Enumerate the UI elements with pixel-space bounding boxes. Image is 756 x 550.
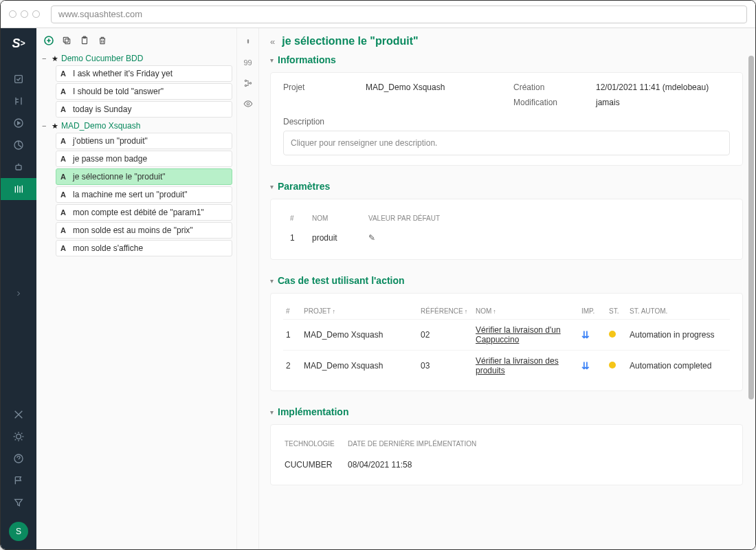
- informations-card: Projet MAD_Demo Xsquash Création 12/01/2…: [270, 72, 743, 166]
- svg-point-16: [247, 102, 249, 105]
- tc-link[interactable]: Vérifier la livraison d'un Cappuccino: [476, 325, 561, 344]
- add-button[interactable]: [43, 35, 54, 46]
- projet-value: MAD_Demo Xsquash: [366, 82, 500, 92]
- tree-item-label: je sélectionne le "produit": [73, 172, 166, 182]
- status-dot: [609, 331, 616, 338]
- impl-date: 08/04/2021 11:58: [348, 456, 729, 474]
- nav-requirements[interactable]: [1, 90, 36, 112]
- traffic-light-maximize[interactable]: [32, 10, 40, 18]
- nav-automation[interactable]: [1, 156, 36, 178]
- modification-label: Modification: [513, 98, 582, 107]
- nav-collapse[interactable]: [1, 283, 36, 305]
- scrollbar[interactable]: [747, 28, 754, 549]
- col-nom[interactable]: Nom↑: [473, 303, 579, 320]
- svg-point-13: [245, 80, 246, 81]
- cas-de-test-card: # Projet↑ Référence↑ Nom↑ Imp. St. St. a…: [270, 293, 743, 391]
- section-header-parametres[interactable]: ▾ Paramètres: [270, 181, 743, 192]
- tc-reference: 02: [418, 320, 473, 351]
- tree-item[interactable]: AI ask whether it's Friday yet: [56, 65, 232, 82]
- svg-rect-3: [16, 165, 21, 170]
- nav-settings[interactable]: [1, 404, 36, 426]
- nav-flag[interactable]: [1, 470, 36, 492]
- type-badge: A: [60, 105, 69, 113]
- main-header: « je sélectionne le "produit": [270, 35, 743, 47]
- sort-up-icon: ↑: [493, 308, 496, 315]
- tree-project-mad-demo[interactable]: − ★ MAD_Demo Xsquash: [41, 119, 232, 133]
- type-badge: A: [60, 69, 69, 78]
- tree-item[interactable]: Ala machine me sert un "produit": [56, 186, 232, 203]
- traffic-light-minimize[interactable]: [21, 10, 28, 18]
- nav-sidebar: S> S: [1, 28, 36, 549]
- svg-point-14: [245, 85, 246, 86]
- app: S> S −: [1, 28, 755, 549]
- col-projet[interactable]: Projet↑: [301, 303, 418, 320]
- nav-help[interactable]: [1, 448, 36, 470]
- tree-item[interactable]: Amon compte est débité de "param1": [56, 204, 232, 221]
- delete-button[interactable]: [97, 35, 108, 46]
- table-row[interactable]: 2 MAD_Demo Xsquash 03 Vérifier la livrai…: [283, 351, 730, 382]
- user-avatar[interactable]: S: [9, 522, 28, 541]
- nav-bugs[interactable]: [1, 426, 36, 448]
- tree-panel: − ★ Demo Cucumber BDD AI ask whether it'…: [36, 28, 237, 549]
- nav-actions[interactable]: [1, 178, 36, 200]
- edit-icon[interactable]: ✎: [368, 233, 375, 243]
- info-tab-icon[interactable]: [240, 34, 256, 50]
- tc-link[interactable]: Vérifier la livraison des produits: [476, 356, 559, 375]
- tree-item-label: mon solde est au moins de "prix": [73, 226, 193, 235]
- traffic-lights: [9, 10, 40, 18]
- svg-point-15: [249, 82, 251, 84]
- tree-tab-icon[interactable]: [240, 75, 256, 91]
- nav-reports[interactable]: [1, 134, 36, 156]
- table-row[interactable]: 1 MAD_Demo Xsquash 02 Vérifier la livrai…: [283, 320, 730, 351]
- parametres-card: # Nom Valeur par défaut 1 produit ✎: [270, 199, 743, 260]
- tree-item-label: mon compte est débité de "param1": [73, 208, 204, 217]
- section-header-implementation[interactable]: ▾ Implémentation: [270, 406, 743, 417]
- tc-st-autom: Automation completed: [627, 351, 730, 382]
- info-grid: Projet MAD_Demo Xsquash Création 12/01/2…: [283, 82, 730, 107]
- paste-button[interactable]: [79, 35, 90, 46]
- tree-project-demo-cucumber[interactable]: − ★ Demo Cucumber BDD: [41, 52, 232, 65]
- url-bar[interactable]: www.squashtest.com: [51, 6, 747, 23]
- scrollbar-thumb[interactable]: [748, 56, 754, 399]
- projet-label: Projet: [283, 82, 352, 92]
- tree-item[interactable]: AI should be told "answer": [56, 83, 232, 100]
- tree-item[interactable]: Amon solde s'affiche: [56, 240, 232, 256]
- star-icon: ★: [52, 54, 58, 63]
- col-num: #: [285, 210, 305, 226]
- impl-technologie: CUCUMBER: [285, 456, 346, 474]
- tc-projet: MAD_Demo Xsquash: [301, 320, 418, 351]
- collapse-panel-icon[interactable]: «: [270, 36, 275, 47]
- nav-filter[interactable]: [1, 492, 36, 514]
- modification-value: jamais: [596, 98, 730, 107]
- collapse-icon: −: [42, 122, 49, 130]
- implementation-card: Technologie Date de dernière implémentat…: [270, 424, 743, 485]
- traffic-light-close[interactable]: [9, 10, 16, 18]
- tree-item[interactable]: Aje passe mon badge: [56, 151, 232, 167]
- star-icon: ★: [52, 122, 58, 131]
- app-logo[interactable]: S>: [1, 28, 36, 58]
- nav-home[interactable]: [1, 68, 36, 90]
- section-informations: ▾ Informations Projet MAD_Demo Xsquash C…: [270, 54, 743, 166]
- col-reference[interactable]: Référence↑: [418, 303, 473, 320]
- col-technologie: Technologie: [285, 436, 346, 454]
- tree-item[interactable]: Atoday is Sunday: [56, 101, 232, 118]
- count-badge[interactable]: 99: [240, 54, 256, 71]
- tree-item[interactable]: Aje sélectionne le "produit": [56, 168, 232, 185]
- tc-projet: MAD_Demo Xsquash: [301, 351, 418, 382]
- cas-de-test-table: # Projet↑ Référence↑ Nom↑ Imp. St. St. a…: [283, 303, 730, 381]
- content: 99 « je sélectionne le "produit" ▾ Infor…: [237, 28, 755, 549]
- tree-item[interactable]: Aj'obtiens un "produit": [56, 133, 232, 149]
- type-badge: A: [60, 208, 69, 217]
- browser-bar: www.squashtest.com: [1, 1, 755, 28]
- table-row[interactable]: 1 produit ✎: [285, 228, 729, 248]
- copy-button[interactable]: [61, 35, 72, 46]
- svg-rect-8: [63, 37, 68, 42]
- tree-item-label: today is Sunday: [73, 104, 131, 114]
- chevron-down-icon: ▾: [270, 56, 274, 64]
- nav-campaigns[interactable]: [1, 112, 36, 134]
- section-header-informations[interactable]: ▾ Informations: [270, 54, 743, 65]
- description-input[interactable]: Cliquer pour renseigner une description.: [283, 131, 730, 155]
- section-header-cas-de-test[interactable]: ▾ Cas de test utilisant l'action: [270, 275, 743, 286]
- tree-item[interactable]: Amon solde est au moins de "prix": [56, 222, 232, 239]
- eye-tab-icon[interactable]: [240, 96, 256, 112]
